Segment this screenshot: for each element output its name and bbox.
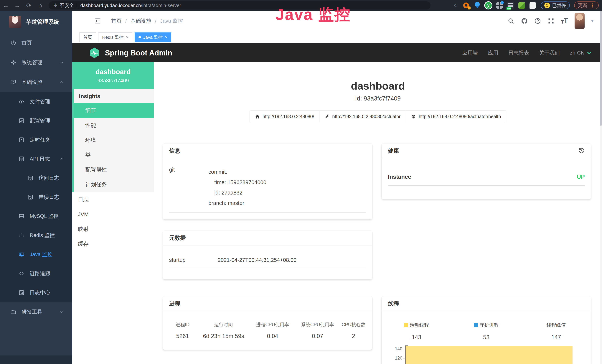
extension-grid-icon[interactable] xyxy=(496,2,503,9)
extension-icon-1[interactable] xyxy=(463,2,469,9)
user-avatar[interactable] xyxy=(575,13,585,29)
extension-y-icon[interactable]: y xyxy=(485,2,492,9)
sidebar-item-java-active[interactable]: Java 监控 xyxy=(0,245,72,264)
legend-live-label[interactable]: 活动线程 xyxy=(410,322,429,328)
locale-select[interactable]: zh-CN xyxy=(570,50,592,56)
extension-pin-icon[interactable] xyxy=(474,2,481,9)
sidebar-item-redis[interactable]: Redis 监控 xyxy=(0,226,72,245)
sidebar-item-label: API 日志 xyxy=(30,155,50,162)
col-uptime: 运行时间 xyxy=(198,321,249,328)
legend-daemon-label[interactable]: 守护进程 xyxy=(480,322,499,328)
git-id-line: id: 27aa832 xyxy=(208,187,366,198)
sidebar-item-file[interactable]: 文件管理 xyxy=(0,92,72,111)
page-scrollbar[interactable] xyxy=(600,11,602,364)
chevron-down-icon xyxy=(586,50,592,56)
col-cpu-cores: CPU核心数 xyxy=(339,321,367,328)
val-uptime: 6d 23h 15m 59s xyxy=(198,333,249,340)
tab-label: Java 监控 xyxy=(143,34,163,40)
sba-item-jvm[interactable]: JVM xyxy=(72,207,154,222)
ytick-140: 140 xyxy=(395,346,402,351)
note-pencil-icon xyxy=(19,290,24,296)
browser-reload-icon[interactable]: ⟳ xyxy=(23,2,34,9)
security-label[interactable]: 不安全 xyxy=(60,2,74,9)
browser-home-icon[interactable]: ⌂ xyxy=(34,2,46,9)
browser-back-icon[interactable]: ← xyxy=(0,2,11,9)
sba-item-configprops[interactable]: 配置属性 xyxy=(74,162,154,177)
close-icon[interactable]: × xyxy=(126,35,129,40)
help-icon[interactable] xyxy=(534,18,541,24)
sidebar-item-access-log[interactable]: 访问日志 xyxy=(0,168,72,187)
instance-id: 93a3fc7f7409 xyxy=(97,78,129,84)
address-bar[interactable]: ⚠ 不安全 dashboard.yudao.iocoder.cn/infra/a… xyxy=(49,1,430,10)
info-card: 信息 git commit: time: 1596289704000 id: 2… xyxy=(163,143,372,219)
sidebar-item-config[interactable]: 配置管理 xyxy=(0,111,72,130)
page-annotation: Java 监控 xyxy=(276,4,351,25)
extension-list-icon[interactable]: on xyxy=(507,2,514,9)
nav-about[interactable]: 关于我们 xyxy=(539,49,560,56)
sba-item-scheduled[interactable]: 计划任务 xyxy=(74,177,154,192)
service-url-button[interactable]: http://192.168.0.2:48080/ xyxy=(249,110,320,122)
sidebar-item-home[interactable]: 首页 xyxy=(0,33,72,53)
history-icon[interactable] xyxy=(579,148,585,154)
tab-java-active[interactable]: Java 监控 × xyxy=(135,32,171,42)
sba-item-logs[interactable]: 日志 xyxy=(72,192,154,207)
bookmark-star-icon[interactable]: ☆ xyxy=(453,2,458,9)
val-cpu-cores: 2 xyxy=(339,333,367,340)
sba-item-caches[interactable]: 缓存 xyxy=(72,237,154,251)
avatar-caret-icon[interactable]: ▾ xyxy=(591,18,593,23)
sidebar-item-infra[interactable]: 基础设施 xyxy=(0,72,72,92)
sidebar-item-log-center[interactable]: 日志中心 xyxy=(0,283,72,302)
app-logo-row[interactable]: 芋道管理系统 xyxy=(0,11,72,33)
update-button[interactable]: 更新 ⋮ xyxy=(574,1,599,9)
sidebar-item-mysql[interactable]: MySQL 监控 xyxy=(0,207,72,226)
legend-yellow-swatch[interactable] xyxy=(404,323,408,327)
github-icon[interactable] xyxy=(521,18,528,24)
gear-icon xyxy=(10,60,16,65)
layers-icon xyxy=(19,232,24,238)
paused-badge[interactable]: 已暂停 xyxy=(541,1,570,9)
sidebar-item-api-log[interactable]: API 日志 xyxy=(0,149,72,168)
search-icon[interactable] xyxy=(508,18,514,24)
sidebar-item-dev-tools[interactable]: 研发工具 xyxy=(0,302,72,322)
actuator-url: http://192.168.0.2:48080/actuator xyxy=(332,114,400,119)
info-git-row: git commit: time: 1596289704000 id: 27aa… xyxy=(169,167,366,213)
sidebar-item-error-log[interactable]: 错误日志 xyxy=(0,187,72,207)
tab-redis[interactable]: Redis 监控 × xyxy=(98,32,132,42)
sidebar-item-label: MySQL 监控 xyxy=(30,213,59,220)
sba-instance-header[interactable]: dashboard 93a3fc7f7409 xyxy=(72,62,154,89)
sidebar-item-label: 配置管理 xyxy=(30,117,50,124)
nav-wallboard[interactable]: 应用墙 xyxy=(462,49,478,56)
sidebar-item-label: Java 监控 xyxy=(30,251,53,258)
sidebar-footer xyxy=(0,355,72,364)
tab-home[interactable]: 首页 xyxy=(79,32,96,42)
sba-item-classes[interactable]: 类 xyxy=(74,148,154,162)
extension-green-icon[interactable] xyxy=(518,2,525,9)
health-url-button[interactable]: http://192.168.0.2:48080/actuator/health xyxy=(406,110,506,122)
close-icon[interactable]: × xyxy=(165,35,167,40)
nav-applications[interactable]: 应用 xyxy=(488,49,498,56)
sba-item-details-active[interactable]: 细节 xyxy=(74,103,154,118)
sidebar-item-system[interactable]: 系统管理 xyxy=(0,53,72,72)
breadcrumb-current: Java 监控 xyxy=(160,17,183,24)
fullscreen-icon[interactable] xyxy=(548,18,554,24)
sba-item-metrics[interactable]: 性能 xyxy=(74,118,154,133)
legend-blue-swatch[interactable] xyxy=(474,323,478,327)
scrollbar-thumb[interactable] xyxy=(600,11,602,126)
sidebar-item-trace[interactable]: 链路追踪 xyxy=(0,264,72,283)
browser-menu-kebab-icon[interactable]: ⋮ xyxy=(590,2,595,9)
browser-forward-icon[interactable]: → xyxy=(11,2,23,9)
collapse-sidebar-icon[interactable] xyxy=(94,17,102,25)
sba-item-mappings[interactable]: 映射 xyxy=(72,222,154,237)
breadcrumb-infra[interactable]: 基础设施 xyxy=(130,17,151,24)
sba-brand[interactable]: Spring Boot Admin xyxy=(88,47,172,59)
heartbeat-icon xyxy=(411,114,416,119)
sba-item-env[interactable]: 环境 xyxy=(74,133,154,148)
url-text[interactable]: dashboard.yudao.iocoder.cn/infra/admin-s… xyxy=(80,3,181,8)
sidebar-item-job[interactable]: 定时任务 xyxy=(0,130,72,149)
emoji-face-icon xyxy=(544,3,550,8)
nav-journal[interactable]: 日志报表 xyxy=(508,49,529,56)
actuator-url-button[interactable]: http://192.168.0.2:48080/actuator xyxy=(319,110,406,122)
breadcrumb-home[interactable]: 首页 xyxy=(111,17,122,24)
font-size-icon[interactable]: TT xyxy=(561,18,568,24)
extensions-puzzle-icon[interactable] xyxy=(529,2,536,9)
